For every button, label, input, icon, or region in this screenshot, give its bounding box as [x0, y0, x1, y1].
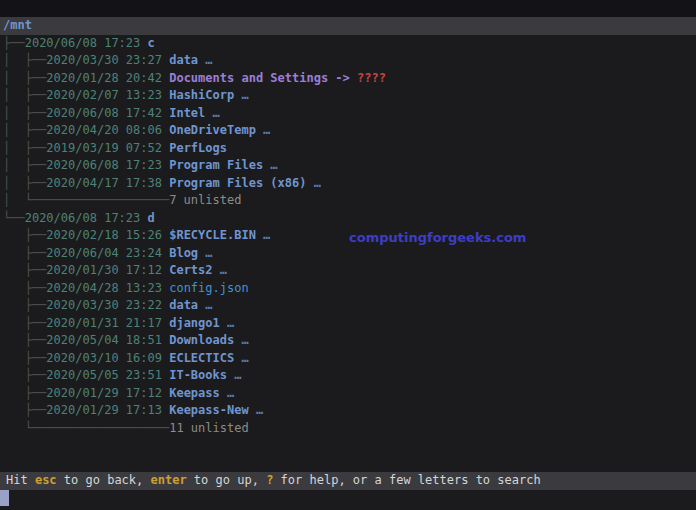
- tree-row: │ └───────────────────7 unlisted: [0, 192, 696, 210]
- tree-branch-line: ├──: [3, 386, 46, 400]
- entry-date: 2020/04/17 17:38: [46, 176, 169, 190]
- key-hint: esc: [35, 473, 57, 487]
- entry-date: 2020/04/20 08:06: [46, 123, 169, 137]
- tree-branch-line: ├──: [3, 228, 46, 242]
- tree-row[interactable]: │ ├──2020/03/30 23:27 data …: [0, 52, 696, 70]
- tree-row[interactable]: │ ├──2019/03/19 07:52 PerfLogs: [0, 140, 696, 158]
- entry-date: 2020/02/07 13:23: [46, 88, 169, 102]
- entry-name: Intel: [169, 106, 205, 120]
- tree-row[interactable]: │ ├──2020/04/20 08:06 OneDriveTemp …: [0, 122, 696, 140]
- tree-row[interactable]: │ ├──2020/01/28 20:42 Documents and Sett…: [0, 70, 696, 88]
- tree-branch-line: ├──: [3, 316, 46, 330]
- truncation-ellipsis: …: [213, 263, 227, 277]
- tree-row[interactable]: ├──2020/02/18 15:26 $RECYCLE.BIN …: [0, 227, 696, 245]
- symlink-arrow: ->: [328, 71, 357, 85]
- tree-branch-line: │ ├──: [3, 123, 46, 137]
- window-top-strip: [0, 0, 696, 18]
- truncation-ellipsis: …: [256, 123, 270, 137]
- tree-branch-line: │ └───────────────────: [3, 193, 169, 207]
- tree-branch-line: ├──: [3, 36, 25, 50]
- truncation-ellipsis: …: [306, 176, 320, 190]
- status-bar: Hit esc to go back, enter to go up, ? fo…: [0, 472, 696, 490]
- entry-date: 2020/01/30 17:12: [46, 263, 169, 277]
- tree-row[interactable]: ├──2020/04/28 13:23 config.json: [0, 280, 696, 298]
- entry-name: $RECYCLE.BIN: [169, 228, 256, 242]
- tree-branch-line: └───────────────────: [3, 421, 169, 435]
- root-path: /mnt: [3, 18, 32, 32]
- entry-name: Blog: [169, 246, 198, 260]
- status-text: to go back,: [57, 473, 151, 487]
- watermark: computingforgeeks.com: [349, 230, 526, 245]
- truncation-ellipsis: …: [205, 106, 219, 120]
- text-cursor-icon: [0, 490, 9, 506]
- tree-row[interactable]: ├──2020/01/29 17:12 Keepass …: [0, 385, 696, 403]
- tree-branch-line: │ ├──: [3, 158, 46, 172]
- entry-date: 2020/05/04 18:51: [46, 333, 169, 347]
- truncation-ellipsis: …: [234, 351, 248, 365]
- truncation-ellipsis: …: [249, 403, 263, 417]
- tree-branch-line: └──: [3, 211, 25, 225]
- tree-row[interactable]: └──2020/06/08 17:23 d: [0, 210, 696, 228]
- tree-branch-line: │ ├──: [3, 53, 46, 67]
- tree-row[interactable]: ├──2020/05/05 23:51 IT-Books …: [0, 367, 696, 385]
- truncation-ellipsis: …: [198, 298, 212, 312]
- symlink-target: ????: [357, 71, 386, 85]
- entry-date: 2020/03/10 16:09: [46, 351, 169, 365]
- entry-name: d: [148, 211, 155, 225]
- status-text: to go up,: [187, 473, 266, 487]
- entry-name: Keepass: [169, 386, 220, 400]
- entry-name: PerfLogs: [169, 141, 227, 155]
- entry-name: ECLECTICS: [169, 351, 234, 365]
- tree-row[interactable]: ├──2020/01/31 21:17 django1 …: [0, 315, 696, 333]
- tree-branch-line: │ ├──: [3, 88, 46, 102]
- tree-row[interactable]: ├──2020/01/29 17:13 Keepass-New …: [0, 402, 696, 420]
- entry-name: IT-Books: [169, 368, 227, 382]
- tree-row[interactable]: │ ├──2020/02/07 13:23 HashiCorp …: [0, 87, 696, 105]
- search-input[interactable]: [0, 490, 696, 507]
- entry-date: 2020/06/08 17:42: [46, 106, 169, 120]
- entry-date: 2020/01/28 20:42: [46, 71, 169, 85]
- entry-name: data: [169, 53, 198, 67]
- truncation-ellipsis: …: [263, 158, 277, 172]
- truncation-ellipsis: …: [220, 386, 234, 400]
- tree-row[interactable]: │ ├──2020/06/08 17:42 Intel …: [0, 105, 696, 123]
- entry-date: 2020/03/30 23:22: [46, 298, 169, 312]
- truncation-ellipsis: …: [220, 316, 234, 330]
- tree-branch-line: ├──: [3, 298, 46, 312]
- unlisted-count: 11 unlisted: [169, 421, 248, 435]
- entry-date: 2020/05/05 23:51: [46, 368, 169, 382]
- entry-date: 2020/01/31 21:17: [46, 316, 169, 330]
- status-text: for help, or a few letters to search: [273, 473, 540, 487]
- entry-date: 2020/06/08 17:23: [46, 158, 169, 172]
- tree-row[interactable]: │ ├──2020/06/08 17:23 Program Files …: [0, 157, 696, 175]
- entry-name: HashiCorp: [169, 88, 234, 102]
- entry-name: Program Files: [169, 158, 263, 172]
- tree-row[interactable]: ├──2020/05/04 18:51 Downloads …: [0, 332, 696, 350]
- terminal-screen: /mnt├──2020/06/08 17:23 c│ ├──2020/03/30…: [0, 0, 696, 510]
- entry-date: 2020/06/08 17:23: [25, 36, 148, 50]
- entry-date: 2019/03/19 07:52: [46, 141, 169, 155]
- entry-name: c: [148, 36, 155, 50]
- tree-branch-line: ├──: [3, 351, 46, 365]
- tree-row[interactable]: ├──2020/06/08 17:23 c: [0, 35, 696, 53]
- entry-name: django1: [169, 316, 220, 330]
- truncation-ellipsis: …: [198, 246, 212, 260]
- truncation-ellipsis: …: [227, 368, 241, 382]
- tree-row[interactable]: ├──2020/01/30 17:12 Certs2 …: [0, 262, 696, 280]
- tree-branch-line: ├──: [3, 333, 46, 347]
- entry-date: 2020/02/18 15:26: [46, 228, 169, 242]
- entry-date: 2020/06/04 23:24: [46, 246, 169, 260]
- entry-date: 2020/01/29 17:12: [46, 386, 169, 400]
- tree-branch-line: │ ├──: [3, 71, 46, 85]
- truncation-ellipsis: …: [198, 53, 212, 67]
- unlisted-count: 7 unlisted: [169, 193, 241, 207]
- truncation-ellipsis: …: [234, 333, 248, 347]
- entry-name: Documents and Settings: [169, 71, 328, 85]
- tree-branch-line: ├──: [3, 281, 46, 295]
- tree-row[interactable]: ├──2020/03/10 16:09 ECLECTICS …: [0, 350, 696, 368]
- tree-row[interactable]: │ ├──2020/04/17 17:38 Program Files (x86…: [0, 175, 696, 193]
- tree-branch-line: │ ├──: [3, 106, 46, 120]
- tree-row[interactable]: ├──2020/03/30 23:22 data …: [0, 297, 696, 315]
- tree-row[interactable]: ├──2020/06/04 23:24 Blog …: [0, 245, 696, 263]
- tree-row[interactable]: /mnt: [0, 17, 696, 35]
